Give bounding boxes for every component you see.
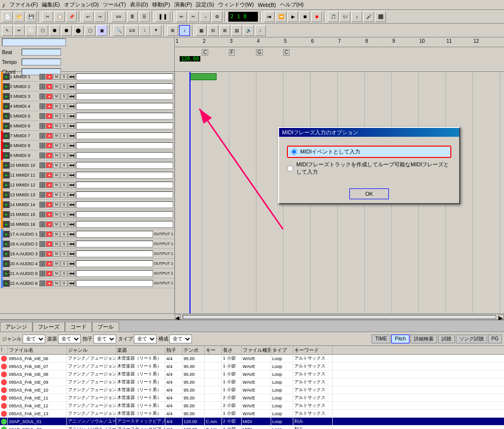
radio-option2-container[interactable]: MIDIフレーズトラックを作成してループ可能なMIDIフレーズとして入力 xyxy=(287,161,451,176)
radio-midi-phrase-label: MIDIフレーズトラックを作成してループ可能なMIDIフレーズとして入力 xyxy=(296,161,451,176)
dialog-overlay: MIDIフレーズ入力のオプション MIDIイベントとして入力 MIDIフレーズト… xyxy=(0,0,504,429)
radio-option1-container[interactable]: MIDIイベントとして入力 xyxy=(287,146,451,158)
ok-button[interactable]: OK xyxy=(349,188,389,199)
radio-midi-event[interactable] xyxy=(291,149,297,155)
radio-midi-event-label: MIDIイベントとして入力 xyxy=(300,148,360,155)
dialog-title: MIDIフレーズ入力のオプション xyxy=(279,128,459,137)
dialog-footer: OK xyxy=(279,184,459,203)
midi-phrase-dialog: MIDIフレーズ入力のオプション MIDIイベントとして入力 MIDIフレーズト… xyxy=(278,127,460,204)
dialog-body: MIDIイベントとして入力 MIDIフレーズトラックを作成してループ可能なMID… xyxy=(279,137,459,184)
dialog-title-text: MIDIフレーズ入力のオプション xyxy=(282,129,358,136)
radio-midi-phrase[interactable] xyxy=(287,165,293,172)
